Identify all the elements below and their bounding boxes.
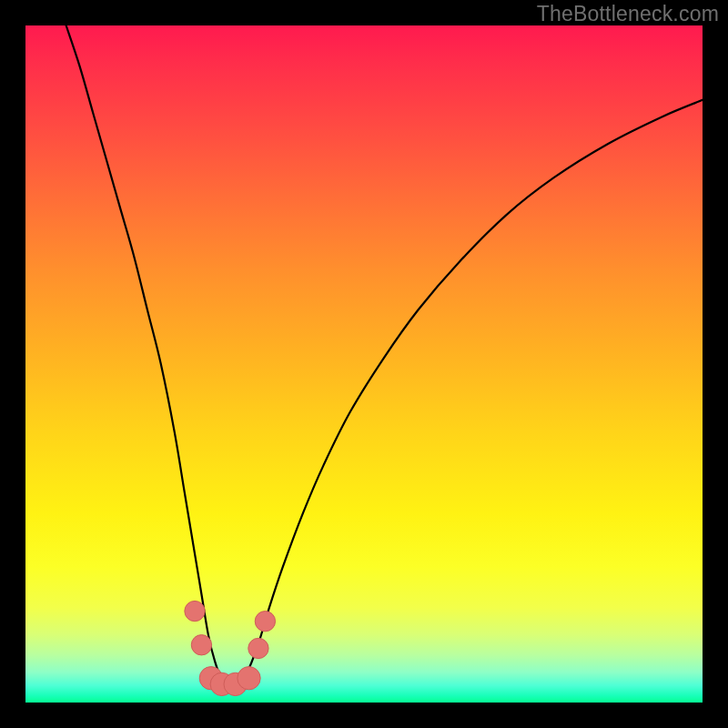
plot-area bbox=[25, 25, 703, 703]
chart-frame: TheBottleneck.com bbox=[0, 0, 728, 728]
bottleneck-curve bbox=[66, 25, 703, 685]
curve-marker bbox=[248, 638, 268, 658]
curve-markers bbox=[185, 601, 276, 695]
bottleneck-chart-svg bbox=[25, 25, 703, 703]
curve-marker bbox=[191, 635, 211, 655]
curve-marker bbox=[255, 612, 275, 632]
watermark-text: TheBottleneck.com bbox=[537, 2, 719, 26]
curve-marker bbox=[238, 667, 260, 690]
curve-marker bbox=[185, 601, 205, 621]
